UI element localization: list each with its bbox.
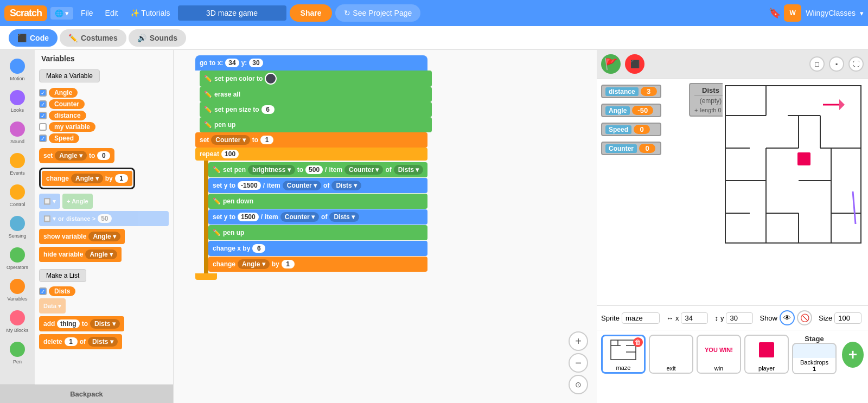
var-pill-myvariable[interactable]: my variable [49,122,95,132]
sprite-thumb-exit[interactable]: exit [649,335,693,374]
delete-list-dropdown[interactable]: Dists ▾ [88,337,118,347]
sprite-thumb-maze[interactable]: 🗑 maze [601,335,646,374]
edit-menu[interactable]: Edit [101,7,123,20]
var-check-counter[interactable] [39,100,47,108]
show-button[interactable]: 👁 [780,310,795,325]
bookmark-icon[interactable]: 🔖 [769,7,781,19]
sety2-dists-dropdown[interactable]: Dists ▾ [329,212,359,222]
change-angle-block-inner[interactable]: change Angle ▾ by 1 [208,257,427,272]
show-variable-block[interactable]: show variable Angle ▾ [39,229,125,244]
code-canvas[interactable]: go to x: 34 y: 30 ✏️ set pen color to ✏️… [174,50,597,403]
sety2-counter-dropdown[interactable]: Counter ▾ [280,212,319,222]
category-operators[interactable]: Operators [4,243,30,274]
stage-thumb[interactable]: Backdrops1 [792,343,837,374]
goto-x-input[interactable]: 34 [225,59,239,67]
change-x-input[interactable]: 6 [252,244,265,253]
list-check-dists[interactable] [39,287,47,295]
change-angle-inner-input[interactable]: 1 [282,260,295,268]
category-control[interactable]: Control [7,180,27,212]
sprite-thumb-win[interactable]: YOU WIN! win [697,335,741,374]
category-events[interactable]: Events [8,149,27,180]
change-x-block[interactable]: change x by 6 [208,241,427,256]
stage-fullscreen-btn[interactable]: ⛶ [848,56,864,72]
pen-size-input[interactable]: 6 [261,105,275,114]
sprite-y-input[interactable] [726,312,753,324]
hide-variable-block[interactable]: hide variable Angle ▾ [39,247,122,262]
item-dists-dropdown[interactable]: Dists ▾ [394,165,424,175]
zoom-in-button[interactable]: + [569,331,588,351]
var-check-speed[interactable] [39,135,47,142]
see-project-button[interactable]: ↻ See Project Page [335,4,420,22]
category-variables[interactable]: Variables [5,274,30,306]
set-pen-bright-block[interactable]: ✏️ set pen brightness ▾ to 500 / item Co… [208,162,427,177]
set-pen-size-block[interactable]: ✏️ set pen size to 6 [200,102,432,117]
hide-button[interactable]: 🚫 [797,310,812,325]
pen-up-block[interactable]: ✏️ pen up [200,117,432,132]
set-counter-block[interactable]: set Counter ▾ to 1 [195,132,427,148]
stage-small-btn[interactable]: ◻ [809,56,825,72]
add-to-list-block[interactable]: add thing to Dists ▾ [39,316,124,331]
var-pill-distance[interactable]: distance [49,111,86,120]
tab-code[interactable]: ⬛ Code [9,29,58,47]
set-counter-dropdown[interactable]: Counter ▾ [211,135,250,145]
pen-up-block2[interactable]: ✏️ pen up [208,225,427,240]
bright-val-input[interactable]: 500 [305,165,323,174]
add-sprite-button[interactable]: + [842,342,864,368]
set-var-dropdown[interactable]: Angle ▾ [55,151,87,161]
delete-from-list-block[interactable]: delete 1 of Dists ▾ [39,334,122,349]
var-pill-counter[interactable]: Counter [49,99,85,109]
tutorials-button[interactable]: ✨ Tutorials [126,7,175,20]
goto-block[interactable]: go to x: 34 y: 30 [195,55,427,71]
repeat-block[interactable]: repeat 100 [195,148,427,161]
pen-color-swatch[interactable] [265,73,277,85]
sety1-val[interactable]: -1500 [238,181,261,190]
pen-down-block[interactable]: ✏️ pen down [208,194,427,209]
green-flag-button[interactable]: 🚩 [601,54,621,74]
file-menu[interactable]: File [76,7,98,20]
sety2-val[interactable]: 1500 [238,213,259,221]
change-angle-inner-dropdown[interactable]: Angle ▾ [238,259,270,269]
var-check-myvariable[interactable] [39,123,47,131]
delete-index-input[interactable]: 1 [65,337,78,346]
category-motion[interactable]: Motion [8,54,27,86]
set-y-block2[interactable]: set y to 1500 / item Counter ▾ of Dists … [208,209,427,225]
hide-var-dropdown[interactable]: Angle ▾ [85,250,117,259]
category-looks[interactable]: Looks [8,86,27,117]
goto-y-input[interactable]: 30 [249,59,263,67]
tab-sounds[interactable]: 🔊 Sounds [129,29,186,47]
share-button[interactable]: Share [290,4,333,22]
globe-button[interactable]: 🌐 ▾ [50,7,73,20]
item-counter-dropdown[interactable]: Counter ▾ [344,165,383,175]
sprite-thumb-player[interactable]: player [744,335,789,374]
scratch-logo[interactable]: Scratch [4,5,47,21]
category-myblocks[interactable]: My Blocks [4,306,30,337]
category-pen[interactable]: Pen [8,337,27,369]
set-y-block1[interactable]: set y to -1500 / item Counter ▾ of Dists… [208,178,427,193]
set-var-input[interactable]: 0 [97,151,110,160]
change-angle-input[interactable]: 1 [115,174,128,183]
code-area[interactable]: go to x: 34 y: 30 ✏️ set pen color to ✏️… [174,50,597,403]
make-variable-btn[interactable]: Make a Variable [39,69,100,82]
list-pill-dists[interactable]: Dists [49,286,75,296]
sety1-counter-dropdown[interactable]: Counter ▾ [283,181,321,190]
var-pill-angle[interactable]: Angle [49,88,78,98]
zoom-out-button[interactable]: − [569,353,588,373]
add-thing-input[interactable]: thing [57,319,79,328]
var-pill-speed[interactable]: Speed [49,133,79,143]
var-check-angle[interactable] [39,89,47,97]
brightness-dropdown[interactable]: brightness ▾ [248,165,295,175]
set-pen-color-block[interactable]: ✏️ set pen color to [200,71,432,87]
tab-costumes[interactable]: ✏️ Costumes [60,29,126,47]
set-counter-input[interactable]: 1 [260,136,273,144]
category-sound[interactable]: Sound [8,117,27,149]
var-check-distance[interactable] [39,112,47,119]
category-sensing[interactable]: Sensing [7,212,29,243]
erase-all-block[interactable]: ✏️ erase all [200,87,432,102]
stop-button[interactable]: ⬛ [625,54,644,74]
change-angle-block[interactable]: change Angle ▾ by 1 [42,171,132,186]
sprite-name-input[interactable] [622,312,660,324]
sety1-dists-dropdown[interactable]: Dists ▾ [331,181,361,190]
set-var-block[interactable]: set Angle ▾ to 0 [39,148,114,163]
show-var-dropdown[interactable]: Angle ▾ [88,232,120,241]
change-angle-dropdown[interactable]: Angle ▾ [71,174,103,183]
